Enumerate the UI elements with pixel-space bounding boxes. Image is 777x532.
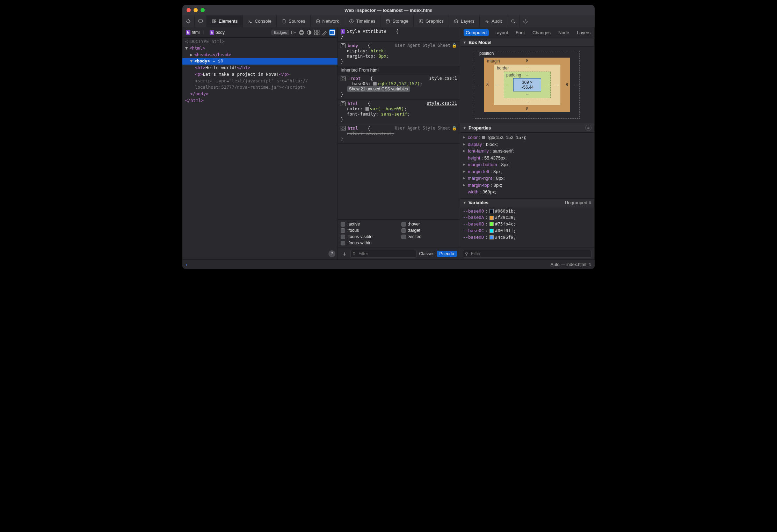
color-scheme-icon[interactable] — [306, 29, 312, 36]
tab-console[interactable]: Console — [243, 15, 277, 27]
script-node-line2[interactable]: localhost:52777/nova-runtime.js"></scrip… — [182, 84, 337, 91]
color-swatch-icon[interactable] — [489, 222, 494, 226]
color-swatch-icon[interactable] — [373, 82, 377, 86]
tab-node[interactable]: Node — [556, 29, 571, 36]
tab-graphics[interactable]: Graphics — [414, 15, 449, 27]
color-swatch-icon[interactable] — [489, 209, 494, 213]
variable-row[interactable]: --base0D: #4c96f9; — [463, 234, 591, 241]
pseudo-toggle[interactable]: Pseudo — [437, 251, 457, 257]
breadcrumb-html[interactable]: Ehtml — [184, 29, 201, 36]
variable-row[interactable]: --base00: #060b1b; — [463, 208, 591, 215]
tab-layers[interactable]: Layers — [449, 15, 480, 27]
disclosure-triangle-icon[interactable]: ▼ — [463, 40, 466, 44]
disclosure-triangle-icon[interactable]: ▼ — [185, 45, 189, 52]
body-close-tag[interactable]: </body> — [182, 91, 337, 97]
html-close-tag[interactable]: </html> — [182, 97, 337, 104]
head-node[interactable]: <head>…</head> — [194, 52, 231, 58]
device-button[interactable] — [195, 15, 207, 27]
property-row[interactable]: height: 55.4375px; — [463, 155, 591, 162]
property-row[interactable]: ▶margin-left: 8px; — [463, 168, 591, 175]
rule-origin-link[interactable]: style.css:31 — [427, 101, 457, 106]
disclosure-triangle-icon[interactable]: ▶ — [463, 176, 466, 181]
classes-toggle[interactable]: Classes — [419, 251, 434, 256]
dom-tree[interactable]: <!DOCTYPE html> ▼<html> ▶<head>…</head> … — [182, 38, 337, 259]
margin-bottom-value[interactable]: 8 — [526, 106, 529, 111]
force-state-icon[interactable] — [291, 29, 297, 36]
disclosure-triangle-icon[interactable]: ▶ — [463, 142, 466, 147]
html-open-tag[interactable]: <html> — [189, 45, 205, 52]
pseudo-focus-within[interactable]: :focus-within — [341, 241, 397, 245]
badges-button[interactable]: Badges — [271, 30, 289, 35]
pseudo-target[interactable]: :target — [401, 228, 457, 233]
tab-font[interactable]: Font — [514, 29, 527, 36]
close-icon[interactable] — [187, 8, 191, 12]
zoom-icon[interactable] — [201, 8, 205, 12]
quick-console[interactable]: › Auto — index.html ⇅ — [182, 259, 595, 269]
tab-changes[interactable]: Changes — [530, 29, 553, 36]
tab-sources[interactable]: Sources — [277, 15, 311, 27]
disclosure-triangle-icon[interactable]: ▼ — [463, 126, 466, 130]
paint-flashing-icon[interactable] — [321, 29, 328, 36]
property-row[interactable]: width: 369px; — [463, 189, 591, 195]
tab-elements[interactable]: Elements — [207, 15, 243, 27]
inherited-link[interactable]: html — [370, 68, 379, 73]
doctype-node[interactable]: <!DOCTYPE html> — [185, 38, 225, 45]
properties-options-button[interactable]: ≡ — [585, 125, 591, 131]
breadcrumb-body[interactable]: Ebody — [208, 29, 226, 36]
compositing-icon[interactable] — [314, 29, 320, 36]
color-swatch-icon[interactable] — [482, 136, 485, 139]
margin-right-value[interactable]: 8 — [566, 82, 568, 87]
styles-filter-input[interactable] — [350, 250, 417, 258]
disclosure-triangle-icon[interactable]: ▼ — [463, 201, 466, 205]
add-rule-button[interactable]: ＋ — [341, 250, 348, 258]
property-row[interactable]: ▶margin-bottom: 8px; — [463, 161, 591, 168]
property-row[interactable]: ▶font-family: sans-serif; — [463, 148, 591, 155]
disclosure-triangle-icon[interactable]: ▶ — [463, 135, 466, 140]
selected-body-node[interactable]: ▼<body> = $0 — [182, 58, 337, 65]
content-dimensions[interactable]: 369 × ~55.44 — [513, 78, 541, 91]
disclosure-triangle-icon[interactable]: ▶ — [463, 183, 466, 188]
html-rule[interactable]: style.css:31 {}html { color: var(--base0… — [338, 99, 460, 124]
pseudo-focus[interactable]: :focus — [341, 228, 397, 233]
h1-node[interactable]: <h1>Hello world!</h1> — [182, 65, 337, 71]
tab-audit[interactable]: Audit — [480, 15, 507, 27]
details-sidebar-toggle-icon[interactable] — [329, 29, 335, 36]
computed-filter-input[interactable] — [463, 250, 591, 258]
show-unused-button[interactable]: Show 21 unused CSS variables — [347, 86, 410, 92]
style-attribute-rule[interactable]: EStyle Attribute { } — [338, 27, 460, 42]
pseudo-focus-visible[interactable]: :focus-visible — [341, 234, 397, 239]
p-node[interactable]: <p>Let's make a project in Nova!</p> — [182, 71, 337, 78]
pseudo-hover[interactable]: :hover — [401, 222, 457, 227]
variable-row[interactable]: --base0B: #75fb4c; — [463, 221, 591, 228]
color-swatch-icon[interactable] — [489, 229, 494, 233]
tab-timelines[interactable]: Timelines — [344, 15, 380, 27]
tab-layers-details[interactable]: Layers — [575, 29, 593, 36]
tab-layout[interactable]: Layout — [492, 29, 510, 36]
margin-top-value[interactable]: 8 — [526, 58, 529, 63]
html-ua-rule[interactable]: User Agent Style Sheet 🔒 {}html { color:… — [338, 124, 460, 144]
tab-network[interactable]: Network — [311, 15, 344, 27]
inspect-element-button[interactable] — [182, 15, 195, 27]
property-row[interactable]: ▶color: rgb(152, 152, 157); — [463, 134, 591, 141]
script-node[interactable]: <script type="text/javascript" src="http… — [182, 78, 337, 84]
print-styles-icon[interactable] — [298, 29, 305, 36]
search-button[interactable] — [507, 15, 520, 27]
variable-row[interactable]: --base0A: #f29c38; — [463, 214, 591, 221]
help-button[interactable]: ? — [328, 250, 335, 257]
box-model-diagram[interactable]: position – – – – margin 8 8 8 8 — [460, 47, 594, 123]
variable-row[interactable]: --base0C: #00f0ff; — [463, 228, 591, 234]
margin-left-value[interactable]: 8 — [486, 82, 489, 87]
rule-origin-link[interactable]: style.css:1 — [429, 76, 457, 81]
color-swatch-icon[interactable] — [365, 107, 369, 111]
tab-computed[interactable]: Computed — [464, 29, 489, 36]
body-rule[interactable]: User Agent Style Sheet 🔒 {}body { displa… — [338, 42, 460, 66]
tab-storage[interactable]: Storage — [380, 15, 414, 27]
property-row[interactable]: ▶margin-top: 8px; — [463, 182, 591, 189]
pseudo-visited[interactable]: :visited — [401, 234, 457, 239]
disclosure-triangle-icon[interactable]: ▶ — [463, 149, 466, 154]
color-swatch-icon[interactable] — [489, 216, 494, 220]
root-rule[interactable]: style.css:1 {}:root { --base05: rgb(152,… — [338, 74, 460, 99]
disclosure-triangle-icon[interactable]: ▶ — [463, 169, 466, 174]
disclosure-triangle-icon[interactable]: ▼ — [190, 58, 194, 65]
color-swatch-icon[interactable] — [489, 235, 494, 239]
